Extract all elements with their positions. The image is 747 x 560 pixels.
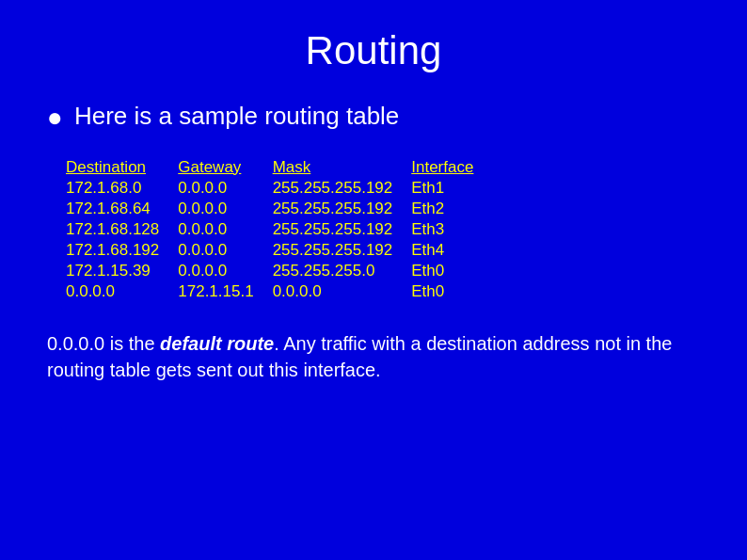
footer-text: 0.0.0.0 is the default route. Any traffi… — [47, 330, 700, 383]
table-cell: Eth0 — [411, 261, 492, 281]
table-header-row: Destination Gateway Mask Interface — [66, 157, 492, 178]
table-cell: Eth2 — [411, 199, 492, 219]
col-header-mask: Mask — [273, 157, 412, 178]
table-cell: Eth1 — [411, 178, 492, 199]
bullet-icon: ● — [47, 102, 63, 134]
table-cell: 255.255.255.192 — [273, 199, 412, 219]
table-cell: 172.1.68.0 — [66, 178, 178, 199]
col-header-destination: Destination — [66, 157, 178, 178]
page-title: Routing — [47, 28, 700, 73]
table-cell: 0.0.0.0 — [178, 261, 272, 281]
routing-table: Destination Gateway Mask Interface 172.1… — [66, 157, 492, 302]
table-cell: Eth3 — [411, 219, 492, 240]
footer-prefix: 0.0.0.0 is the — [47, 333, 160, 354]
table-cell: Eth4 — [411, 240, 492, 261]
table-cell: 172.1.15.39 — [66, 261, 178, 281]
table-cell: 255.255.255.192 — [273, 219, 412, 240]
slide: Routing ● Here is a sample routing table… — [0, 0, 747, 560]
table-row: 172.1.68.1920.0.0.0255.255.255.192Eth4 — [66, 240, 492, 261]
table-cell: 172.1.68.192 — [66, 240, 178, 261]
table-row: 0.0.0.0172.1.15.10.0.0.0Eth0 — [66, 281, 492, 302]
table-cell: 255.255.255.192 — [273, 178, 412, 199]
table-cell: 172.1.68.128 — [66, 219, 178, 240]
table-cell: 172.1.15.1 — [178, 281, 272, 302]
table-cell: 0.0.0.0 — [178, 178, 272, 199]
table-cell: 0.0.0.0 — [273, 281, 412, 302]
table-row: 172.1.68.1280.0.0.0255.255.255.192Eth3 — [66, 219, 492, 240]
table-cell: 0.0.0.0 — [66, 281, 178, 302]
footer-bold-italic: default route — [160, 333, 274, 354]
table-cell: 255.255.255.0 — [273, 261, 412, 281]
bullet-text: Here is a sample routing table — [74, 102, 399, 131]
bullet-item: ● Here is a sample routing table — [47, 102, 700, 134]
table-cell: 0.0.0.0 — [178, 240, 272, 261]
col-header-gateway: Gateway — [178, 157, 272, 178]
table-cell: 0.0.0.0 — [178, 199, 272, 219]
table-row: 172.1.68.640.0.0.0255.255.255.192Eth2 — [66, 199, 492, 219]
table-row: 172.1.15.390.0.0.0255.255.255.0Eth0 — [66, 261, 492, 281]
table-cell: 172.1.68.64 — [66, 199, 178, 219]
table-cell: 255.255.255.192 — [273, 240, 412, 261]
routing-table-wrapper: Destination Gateway Mask Interface 172.1… — [66, 157, 700, 302]
col-header-interface: Interface — [411, 157, 492, 178]
table-cell: Eth0 — [411, 281, 492, 302]
table-row: 172.1.68.00.0.0.0255.255.255.192Eth1 — [66, 178, 492, 199]
table-cell: 0.0.0.0 — [178, 219, 272, 240]
